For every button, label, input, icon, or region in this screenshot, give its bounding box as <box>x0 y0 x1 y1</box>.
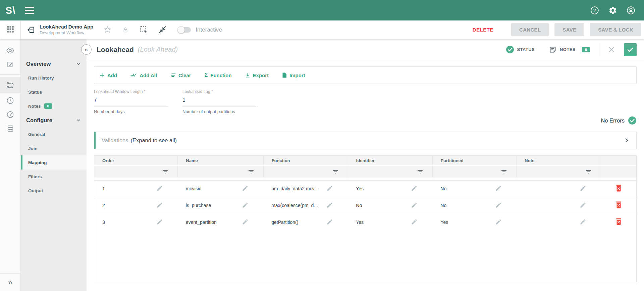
table-row: 3 event_partition getPartition() Yes Yes <box>94 214 636 231</box>
add-button[interactable]: Add <box>100 72 117 78</box>
field-label: Lookahead Window Length * <box>94 89 168 94</box>
nav-item-filters[interactable]: Filters <box>21 169 87 184</box>
edit-pencil-icon[interactable] <box>326 185 333 193</box>
interactive-toggle[interactable] <box>178 27 191 33</box>
history-clock-icon[interactable] <box>0 93 20 107</box>
notes-doc-icon <box>549 46 557 54</box>
collapse-panel-icon[interactable]: « <box>81 44 92 55</box>
edit-pencil-icon[interactable] <box>580 202 586 209</box>
nav-item-run-history[interactable]: Run History <box>21 71 87 85</box>
app-grid-icon[interactable] <box>6 25 15 35</box>
table-row: 2 is_purchase max(coalesce(pm_d… No No <box>94 197 636 214</box>
edit-pencil-icon[interactable] <box>580 219 586 226</box>
edit-pencil-icon[interactable] <box>411 219 418 226</box>
nav-item-mapping[interactable]: Mapping <box>21 155 87 169</box>
lookahead-lag-field: Lookahead Lag * 1 Number of output parti… <box>182 89 256 114</box>
lookahead-lag-input[interactable]: 1 <box>182 97 256 106</box>
function-button[interactable]: Σ Function <box>205 72 232 78</box>
page-title-hint: (Look Ahead) <box>138 46 178 53</box>
cancel-button[interactable]: CANCEL <box>511 23 549 36</box>
edit-compose-icon[interactable] <box>0 57 20 71</box>
data-stack-icon[interactable] <box>0 122 20 136</box>
settings-gear-icon[interactable] <box>608 6 617 15</box>
edit-pencil-icon[interactable] <box>495 185 502 193</box>
close-icon[interactable] <box>608 46 615 53</box>
account-icon[interactable] <box>627 6 635 15</box>
notes-button[interactable]: NOTES 0 <box>549 46 590 54</box>
download-icon <box>245 73 250 78</box>
delete-row-icon[interactable] <box>615 201 622 208</box>
nav-item-join[interactable]: Join <box>21 141 87 155</box>
collapse-canvas-icon[interactable] <box>158 26 167 34</box>
save-button[interactable]: SAVE <box>554 23 584 36</box>
edit-pencil-icon[interactable] <box>242 219 249 226</box>
nav-item-general[interactable]: General <box>21 127 87 141</box>
sigma-icon: Σ <box>205 72 208 78</box>
filter-icon-partitioned[interactable] <box>433 170 516 174</box>
delete-row-icon[interactable] <box>615 218 622 225</box>
lookahead-window-length-input[interactable]: 7 <box>94 97 168 106</box>
main-content: « Lookahead (Look Ahead) STATUS NOTES 0 <box>87 39 644 291</box>
chevron-right-icon <box>623 137 630 144</box>
top-app-bar: S\ ? <box>0 0 644 20</box>
filter-icon-order[interactable] <box>94 170 177 174</box>
expand-rail-icon[interactable]: » <box>0 274 20 291</box>
table-row: 1 mcvisid pm_daily_data2.mcv… Yes No <box>94 180 636 197</box>
col-header-note: Note <box>517 156 601 165</box>
double-check-icon <box>130 73 137 78</box>
field-helper: Number of days <box>94 109 168 114</box>
marquee-select-icon[interactable] <box>139 25 148 34</box>
help-icon[interactable]: ? <box>590 6 599 15</box>
validations-expander[interactable]: Validations (Expand to see all) <box>94 132 637 149</box>
col-header-actions <box>601 156 636 165</box>
preview-eye-icon[interactable] <box>0 43 20 57</box>
apply-check-button[interactable] <box>624 43 637 56</box>
status-button[interactable]: STATUS <box>506 45 535 54</box>
edit-pencil-icon[interactable] <box>411 185 418 193</box>
clear-button[interactable]: Clear <box>170 72 191 78</box>
interactive-toggle-label: Interactive <box>196 27 222 33</box>
nav-item-output[interactable]: Output <box>21 184 87 198</box>
filter-icon-note[interactable] <box>517 170 601 174</box>
field-label: Lookahead Lag * <box>182 89 256 94</box>
menu-icon[interactable] <box>25 7 34 14</box>
favorite-star-icon[interactable] <box>103 26 112 34</box>
clear-lines-icon <box>170 73 176 78</box>
edit-pencil-icon[interactable] <box>242 185 249 193</box>
edit-pencil-icon[interactable] <box>242 202 249 209</box>
nav-item-status[interactable]: Status <box>21 85 87 99</box>
exit-app-icon[interactable] <box>26 25 36 35</box>
edit-pencil-icon[interactable] <box>156 202 163 209</box>
workflow-pipeline-icon[interactable] <box>0 77 20 93</box>
no-errors-status: No Errors <box>94 116 637 125</box>
nav-section-configure[interactable]: Configure <box>21 113 87 127</box>
lock-icon[interactable] <box>122 26 129 34</box>
edit-pencil-icon[interactable] <box>495 202 502 209</box>
edit-pencil-icon[interactable] <box>580 185 586 193</box>
nav-section-overview[interactable]: Overview <box>21 57 87 71</box>
export-button[interactable]: Export <box>245 72 269 78</box>
brand-logo: S\ <box>5 5 15 16</box>
no-errors-check-icon <box>628 116 637 125</box>
add-all-button[interactable]: Add All <box>130 72 157 78</box>
import-button[interactable]: Import <box>282 72 305 78</box>
nav-item-notes[interactable]: Notes 0 <box>21 99 87 113</box>
filter-icon-function[interactable] <box>264 170 348 174</box>
edit-pencil-icon[interactable] <box>156 185 163 193</box>
edit-pencil-icon[interactable] <box>495 219 502 226</box>
delete-row-icon[interactable] <box>615 185 622 192</box>
edit-pencil-icon[interactable] <box>411 202 418 209</box>
delete-button[interactable]: DELETE <box>473 27 493 33</box>
filter-icon-name[interactable] <box>178 170 263 174</box>
edit-pencil-icon[interactable] <box>326 202 333 209</box>
edit-pencil-icon[interactable] <box>156 219 163 226</box>
field-helper: Number of output partitions <box>182 109 256 114</box>
app-window: S\ ? LookAhead Demo App Development Work <box>0 0 644 291</box>
edit-pencil-icon[interactable] <box>326 219 333 226</box>
dashboard-gauge-icon[interactable] <box>0 107 20 122</box>
left-icon-rail: » <box>0 39 21 291</box>
save-and-lock-button[interactable]: SAVE & LOCK <box>590 23 641 36</box>
filter-icon-identifier[interactable] <box>348 170 432 174</box>
col-header-function: Function <box>263 156 348 165</box>
col-header-partitioned: Partitioned <box>432 156 516 165</box>
